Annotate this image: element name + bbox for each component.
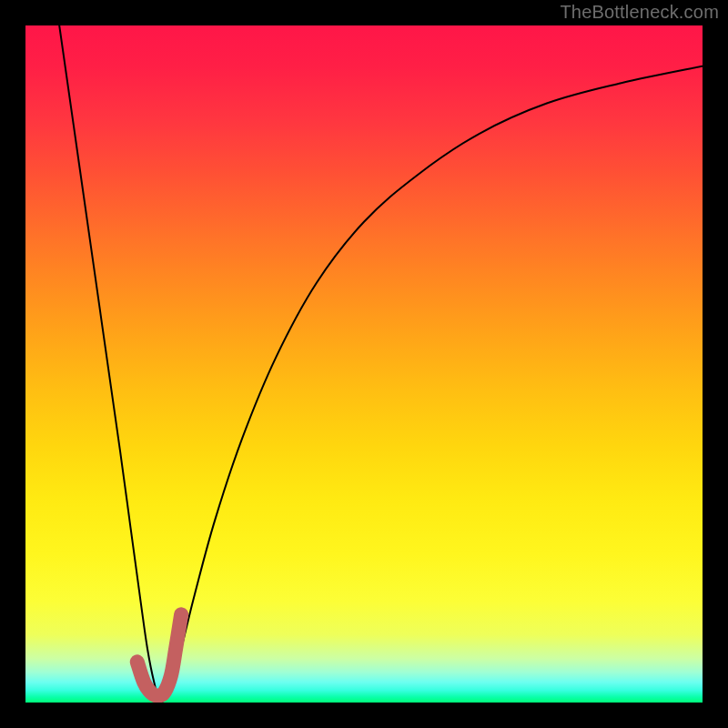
plot-area	[25, 25, 703, 703]
watermark-text: TheBottleneck.com	[560, 2, 719, 23]
chart-frame: TheBottleneck.com	[0, 0, 728, 728]
bottleneck-curve	[59, 25, 703, 703]
curves-layer	[25, 25, 703, 703]
